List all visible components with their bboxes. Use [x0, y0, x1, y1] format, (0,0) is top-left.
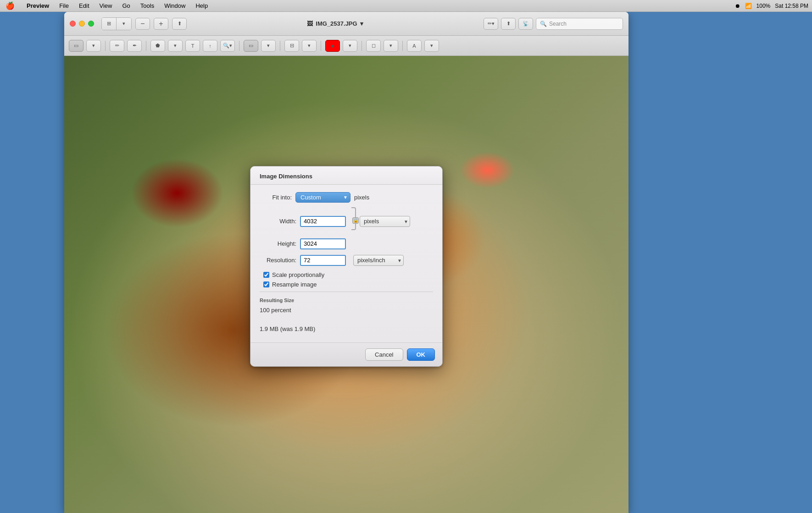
width-input[interactable]	[300, 216, 346, 227]
sidebar-toggle-button[interactable]: ⊞	[102, 18, 117, 30]
width-label: Width:	[260, 218, 296, 225]
menu-view[interactable]: View	[98, 1, 114, 10]
clock: Sat 12:58 PM	[775, 3, 808, 9]
width-unit-wrapper: pixels percent inches cm ▼	[360, 216, 410, 227]
width-unit-select[interactable]: pixels percent inches cm	[360, 216, 410, 227]
sketch-tool-btn[interactable]: ✏	[110, 40, 124, 52]
minimize-button[interactable]	[79, 21, 85, 27]
toolbar-sep-2	[146, 41, 146, 51]
shape-tool-btn[interactable]: ⬟	[150, 40, 165, 52]
height-input[interactable]	[300, 238, 346, 249]
resolution-label: Resolution:	[260, 257, 296, 264]
search-box[interactable]: 🔍 Search	[536, 18, 623, 30]
color-fill-btn[interactable]: ■	[325, 40, 340, 52]
lock-icon[interactable]: 🔒	[352, 217, 359, 224]
fit-into-unit-label: pixels	[354, 194, 369, 201]
height-label: Height:	[260, 240, 296, 247]
toolbar-sep-7	[402, 41, 403, 51]
fit-into-row: Fit into: Custom Fit in window 800×600 1…	[260, 192, 433, 203]
scale-proportionally-checkbox[interactable]	[263, 272, 269, 278]
pen-tool-btn[interactable]: ✒	[127, 40, 142, 52]
modal-title: Image Dimensions	[260, 173, 433, 180]
modal-divider	[260, 292, 433, 292]
nav-buttons: ⊞ ▾	[101, 17, 132, 30]
menu-preview[interactable]: Preview	[25, 1, 51, 10]
menu-help[interactable]: Help	[194, 1, 210, 10]
zoom-in-button[interactable]: +	[154, 18, 168, 30]
loupe-dropdown-btn[interactable]: 🔍▾	[220, 40, 235, 52]
color-dropdown-btn[interactable]: ▾	[343, 40, 357, 52]
search-icon: 🔍	[540, 21, 547, 27]
zoom-out-button[interactable]: −	[135, 18, 150, 30]
menu-tools[interactable]: Tools	[139, 1, 156, 10]
lock-connector-area: 🔒	[348, 208, 358, 235]
modal-body: Fit into: Custom Fit in window 800×600 1…	[250, 185, 442, 342]
scale-proportionally-label: Scale proportionally	[272, 271, 324, 278]
share-button[interactable]: ⬆	[172, 18, 187, 30]
text-dropdown-btn[interactable]: ▾	[424, 40, 439, 52]
text-size-btn[interactable]: A	[407, 40, 422, 52]
wifi-icon: 📶	[745, 3, 752, 9]
layout-dropdown-btn[interactable]: ▾	[302, 40, 317, 52]
file-icon: 🖼	[307, 20, 313, 27]
selection-tool-btn[interactable]: ▭	[69, 40, 83, 52]
scale-proportionally-row: Scale proportionally	[263, 271, 433, 278]
border-btn[interactable]: ◻	[366, 40, 381, 52]
titlebar-right: ✏▾ ⬆ 📡 🔍 Search	[484, 18, 623, 30]
title-bar: ⊞ ▾ − + ⬆ 🖼 IMG_2537.JPG ▾ ✏▾ ⬆ 📡 🔍 Sear…	[64, 12, 628, 36]
resulting-size-file: 1.9 MB (was 1.9 MB)	[260, 325, 433, 332]
share-button-2[interactable]: ⬆	[501, 18, 516, 30]
modal-overlay: Image Dimensions Fit into: Custom Fit in…	[64, 56, 628, 513]
resample-image-checkbox[interactable]	[263, 281, 269, 287]
rect-select-btn[interactable]: ▭	[244, 40, 258, 52]
content-area: Image Dimensions Fit into: Custom Fit in…	[64, 56, 628, 513]
arrow-tool-btn[interactable]: ↑	[203, 40, 217, 52]
dimensions-section: Width: 🔒 pixels	[260, 208, 433, 249]
menu-window[interactable]: Window	[162, 1, 187, 10]
modal-header: Image Dimensions	[250, 166, 442, 185]
resulting-size-percent: 100 percent	[260, 307, 433, 314]
spacer	[260, 316, 433, 325]
battery-indicator: 100%	[756, 3, 771, 9]
apple-menu[interactable]: 🍎	[4, 0, 17, 11]
maximize-button[interactable]	[88, 21, 94, 27]
toolbar: ▭ ▾ ✏ ✒ ⬟ ▾ T ↑ 🔍▾ ▭ ▾ ⊟ ▾ ■ ▾ ◻ ▾ A ▾	[64, 36, 628, 56]
toolbar-dropdown-1[interactable]: ▾	[86, 40, 101, 52]
shape-dropdown-btn[interactable]: ▾	[168, 40, 183, 52]
airdrop-button[interactable]: 📡	[518, 18, 533, 30]
text-tool-btn[interactable]: T	[185, 40, 200, 52]
title-dropdown-arrow[interactable]: ▾	[360, 20, 363, 27]
ok-button[interactable]: OK	[407, 348, 435, 361]
border-dropdown-btn[interactable]: ▾	[384, 40, 398, 52]
menu-file[interactable]: File	[57, 1, 71, 10]
toolbar-sep-1	[105, 41, 106, 51]
app-window: ⊞ ▾ − + ⬆ 🖼 IMG_2537.JPG ▾ ✏▾ ⬆ 📡 🔍 Sear…	[64, 12, 628, 513]
close-button[interactable]	[70, 21, 76, 27]
resulting-size-title: Resulting Size	[260, 298, 433, 303]
menu-edit[interactable]: Edit	[77, 1, 91, 10]
image-dimensions-dialog: Image Dimensions Fit into: Custom Fit in…	[250, 166, 443, 367]
resolution-unit-wrapper: pixels/inch pixels/cm ▼	[353, 255, 404, 266]
resample-image-row: Resample image	[263, 281, 433, 288]
toolbar-sep-4	[280, 41, 280, 51]
toolbar-sep-5	[321, 41, 321, 51]
fit-into-select[interactable]: Custom Fit in window 800×600 1024×768	[295, 192, 350, 203]
toolbar-sep-3	[239, 41, 239, 51]
width-row: Width: 🔒 pixels	[260, 208, 433, 235]
resample-image-label: Resample image	[272, 281, 317, 288]
record-icon: ⏺	[735, 3, 740, 9]
cancel-button[interactable]: Cancel	[365, 348, 403, 361]
nav-arrow-dropdown[interactable]: ▾	[117, 18, 131, 30]
resolution-unit-select[interactable]: pixels/inch pixels/cm	[353, 255, 404, 266]
rect-dropdown-btn[interactable]: ▾	[261, 40, 276, 52]
toolbar-sep-6	[362, 41, 362, 51]
markup-button[interactable]: ✏▾	[484, 18, 498, 30]
menu-go[interactable]: Go	[120, 1, 132, 10]
height-row: Height:	[260, 238, 433, 249]
resolution-row: Resolution: pixels/inch pixels/cm ▼	[260, 255, 433, 266]
resolution-input[interactable]	[300, 255, 346, 266]
traffic-lights	[70, 21, 94, 27]
modal-footer: Cancel OK	[250, 342, 442, 366]
menu-bar: 🍎 Preview File Edit View Go Tools Window…	[0, 0, 812, 12]
layout-btn[interactable]: ⊟	[284, 40, 299, 52]
